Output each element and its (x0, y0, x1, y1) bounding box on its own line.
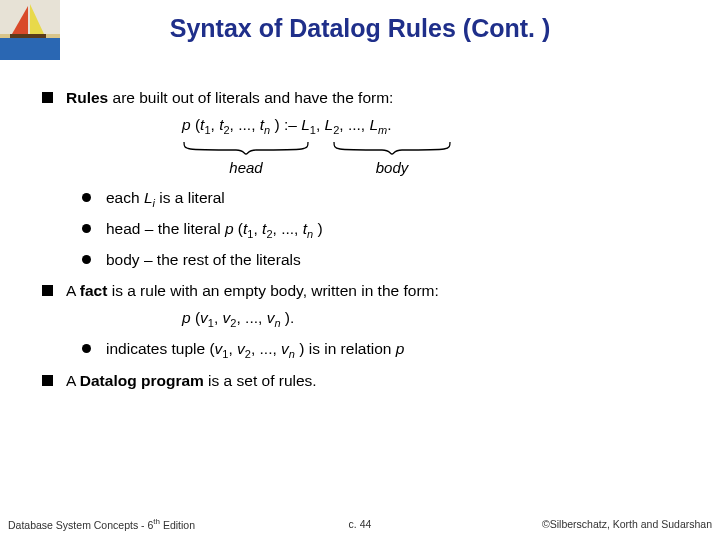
f-sep1: , (211, 116, 220, 133)
bullet-rules-bold: Rules (66, 89, 108, 106)
f-close1: ) (270, 116, 279, 133)
sb1-pre: each (106, 189, 144, 206)
sb4-vn: v (281, 340, 289, 357)
bullet-rules-text: are built out of literals and have the f… (108, 89, 393, 106)
slide: Syntax of Datalog Rules (Cont. ) Rules a… (0, 0, 720, 540)
footer-right: ©Silberschatz, Korth and Sudarshan (542, 518, 712, 530)
sb2-dots: , ..., (273, 220, 303, 237)
fact-formula: p (v1, v2, ..., vn ). (182, 308, 682, 331)
f2-close: ). (281, 309, 295, 326)
label-head: head (182, 158, 310, 178)
sb2-sep: , (253, 220, 262, 237)
sb4-post: ) is in relation (295, 340, 396, 357)
f-dots2: , ..., (339, 116, 369, 133)
b3-prog: Datalog program (80, 372, 204, 389)
brace-row: head body (182, 140, 682, 180)
f2-p: p (182, 309, 191, 326)
slide-title: Syntax of Datalog Rules (Cont. ) (0, 14, 720, 43)
f-L1: L (301, 116, 310, 133)
b2-post: is a rule with an empty body, written in… (107, 282, 438, 299)
f-Lm: L (369, 116, 378, 133)
bullet-program: A Datalog program is a set of rules. (42, 371, 682, 392)
label-body: body (332, 158, 452, 178)
f-dot: . (387, 116, 391, 133)
bullet-rules: Rules are built out of literals and have… (42, 88, 682, 109)
f-Lsm: m (378, 124, 387, 136)
sb2-close: ) (313, 220, 322, 237)
sb4-m1: , (228, 340, 237, 357)
sub-each-li: each Li is a literal (82, 188, 682, 211)
sb4-v2: v (237, 340, 245, 357)
sub-head: head – the literal p (t1, t2, ..., tn ) (82, 219, 682, 242)
rule-formula: p (t1, t2, ..., tn ) :– L1, L2, ..., Lm. (182, 115, 682, 138)
f-dots1: , ..., (230, 116, 260, 133)
f-sep2: , (316, 116, 325, 133)
b2-pre: A (66, 282, 80, 299)
f2-open: ( (191, 309, 200, 326)
f2-sep: , (214, 309, 223, 326)
sub-body: body – the rest of the literals (82, 250, 682, 271)
sb1-post: is a literal (155, 189, 225, 206)
sb2-open: ( (234, 220, 243, 237)
sb2-p: p (225, 220, 234, 237)
sb4-m2: , ..., (251, 340, 281, 357)
sb2-pre: head – the literal (106, 220, 225, 237)
content-area: Rules are built out of literals and have… (42, 78, 682, 392)
sb3-text: body – the rest of the literals (106, 251, 301, 268)
f2-v1: v (200, 309, 208, 326)
b2-fact: fact (80, 282, 108, 299)
sb1-L: L (144, 189, 153, 206)
f-cd: :– (280, 116, 302, 133)
sub-indicates: indicates tuple (v1, v2, ..., vn ) is in… (82, 339, 682, 362)
f-open: ( (191, 116, 200, 133)
f2-dots: , ..., (236, 309, 266, 326)
f-p: p (182, 116, 191, 133)
sb4-p: p (396, 340, 405, 357)
b3-pre: A (66, 372, 80, 389)
sb4-pre: indicates tuple ( (106, 340, 215, 357)
b3-post: is a set of rules. (204, 372, 317, 389)
bullet-fact: A fact is a rule with an empty body, wri… (42, 281, 682, 302)
f-L2: L (325, 116, 334, 133)
